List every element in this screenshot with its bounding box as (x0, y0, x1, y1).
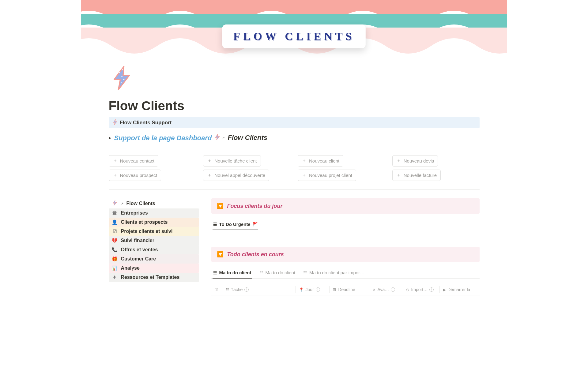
tab-label: To Do Urgente (219, 222, 251, 227)
nav-item-label: Clients et prospects (121, 219, 168, 225)
col-importance[interactable]: ⊙Import…i (403, 286, 440, 293)
nav-item-label: Entreprises (121, 210, 148, 216)
col-label: Ava… (378, 287, 389, 292)
nav-item-customer-care[interactable]: 🎁Customer Care (109, 254, 199, 264)
col-jour[interactable]: 📍Jouri (296, 286, 330, 293)
page-icon[interactable] (109, 64, 136, 92)
quick-actions: ＋Nouveau contact ＋Nouveau prospect ＋Nouv… (109, 155, 480, 190)
page-title: Flow Clients (109, 99, 480, 113)
table-column-headers: ☑ ☷Tâchei 📍Jouri 🗓Deadline ✕Ava…i ⊙Impor… (211, 284, 480, 295)
nouveau-devis-button[interactable]: ＋Nouveau devis (392, 155, 438, 167)
svg-marker-0 (114, 66, 130, 90)
nav-item-offres-et-ventes[interactable]: 📞Offres et ventes (109, 245, 199, 254)
nouveau-projet-client-button[interactable]: ＋Nouveau projet client (298, 170, 356, 181)
info-icon: i (244, 287, 249, 292)
col-demarrer[interactable]: ▶Démarrer la (440, 286, 480, 293)
arrow-ne-icon: ↗ (121, 202, 123, 205)
nav-item-suivi-financier[interactable]: 💔Suivi financier (109, 236, 199, 245)
svg-point-1 (119, 72, 120, 73)
info-icon: i (429, 287, 434, 292)
urgent-tab-bar: ☷ To Do Urgente 🚩 (211, 219, 480, 230)
section-nav: ↗Flow Clients🏛Entreprises👤Clients et pro… (109, 198, 199, 295)
nouveau-contact-button[interactable]: ＋Nouveau contact (109, 155, 159, 167)
heart-icon: 💔 (112, 238, 118, 243)
calendar-icon: 🗓 (333, 287, 337, 292)
nav-item-entreprises[interactable]: 🏛Entreprises (109, 208, 199, 218)
nouvel-appel-decouverte-button[interactable]: ＋Nouvel appel découverte (203, 170, 269, 181)
toggle-link-text: Support de la page Dashboard (114, 134, 212, 142)
nav-item-ressources-et-templates[interactable]: ✈Ressources et Templates (109, 273, 199, 282)
nav-item-clients-et-prospects[interactable]: 👤Clients et prospects (109, 218, 199, 227)
tab-todo-urgente[interactable]: ☷ To Do Urgente 🚩 (213, 219, 258, 230)
nouvelle-facture-button[interactable]: ＋Nouvelle facture (392, 170, 441, 181)
cover-title: FLOW CLIENTS (233, 30, 355, 43)
plus-icon: ＋ (207, 158, 212, 164)
nav-item-label: Flow Clients (126, 201, 155, 206)
bank-icon: 🏛 (112, 211, 118, 216)
person-icon: 👤 (112, 219, 118, 225)
svg-point-5 (120, 82, 122, 83)
col-checkbox[interactable]: ☑ (211, 286, 222, 293)
col-label: Démarrer la (448, 287, 470, 292)
caret-right-icon: ▶ (109, 136, 111, 140)
nav-item-projets-clients-et-suivi[interactable]: ☑Projets clients et suivi (109, 227, 199, 236)
tab-ma-todo-client-1[interactable]: ☷Ma to do client (259, 268, 296, 278)
button-label: Nouvelle tâche client (214, 158, 257, 163)
plus-icon: ＋ (396, 158, 401, 164)
todo-clients-callout[interactable]: 🔽 Todo clients en cours (211, 247, 480, 262)
svg-marker-8 (113, 200, 117, 206)
button-label: Nouveau prospect (120, 173, 157, 178)
support-link[interactable]: Flow Clients Support (109, 117, 480, 128)
tab-label: Ma to do client (266, 270, 296, 275)
todo-tab-bar: ☷Ma to do client☷Ma to do client☷Ma to d… (211, 268, 480, 279)
button-label: Nouveau contact (120, 158, 155, 163)
send-icon: ✈ (112, 275, 118, 280)
col-label: Jour (306, 287, 314, 292)
pin-icon: 📍 (299, 287, 304, 292)
toggle-page-ref: Flow Clients (228, 134, 268, 142)
col-avancement[interactable]: ✕Ava…i (369, 286, 403, 293)
dropdown-arrow-icon: 🔽 (217, 251, 224, 258)
plus-icon: ＋ (396, 172, 401, 178)
info-icon: i (391, 287, 395, 292)
button-label: Nouveau projet client (309, 173, 352, 178)
plus-icon: ＋ (113, 172, 118, 178)
button-label: Nouveau devis (404, 158, 434, 163)
x-icon: ✕ (372, 287, 376, 292)
lightning-icon (215, 134, 220, 142)
button-label: Nouveau client (309, 158, 339, 163)
nav-item-label: Suivi financier (121, 238, 154, 243)
phone-icon: 📞 (112, 247, 118, 253)
nav-item-flow-clients[interactable]: ↗Flow Clients (109, 198, 199, 208)
plus-icon: ＋ (113, 158, 118, 164)
cover-title-badge: FLOW CLIENTS (222, 24, 366, 48)
col-label: Import… (411, 287, 428, 292)
nouvelle-tache-client-button[interactable]: ＋Nouvelle tâche client (203, 155, 261, 167)
nav-item-label: Ressources et Templates (121, 275, 180, 280)
lightning-icon (113, 119, 117, 126)
svg-point-3 (121, 76, 123, 77)
plus-icon: ＋ (302, 158, 307, 164)
bolt-icon (112, 200, 118, 207)
dashboard-support-toggle[interactable]: ▶ Support de la page Dashboard ↗ Flow Cl… (109, 134, 480, 147)
list-icon: ☷ (225, 287, 229, 292)
tab-ma-todo-client-0[interactable]: ☷Ma to do client (213, 268, 252, 278)
col-deadline[interactable]: 🗓Deadline (330, 286, 369, 293)
list-icon: ☷ (213, 270, 217, 275)
dropdown-arrow-icon: 🔽 (217, 203, 224, 209)
nav-item-label: Projets clients et suivi (121, 229, 173, 234)
nouveau-client-button[interactable]: ＋Nouveau client (298, 155, 343, 167)
svg-marker-7 (215, 134, 219, 140)
svg-point-2 (122, 69, 123, 70)
nav-item-label: Offres et ventes (121, 247, 158, 253)
nav-item-analyse[interactable]: 📊Analyse (109, 264, 199, 273)
flag-icon: 🚩 (253, 222, 258, 227)
col-label: Tâche (231, 287, 243, 292)
focus-clients-callout[interactable]: 🔽 Focus clients du jour (211, 198, 480, 214)
page-cover: FLOW CLIENTS (81, 0, 507, 61)
col-tache[interactable]: ☷Tâchei (222, 286, 296, 293)
nouveau-prospect-button[interactable]: ＋Nouveau prospect (109, 170, 161, 181)
tab-ma-todo-client-2[interactable]: ☷Ma to do client par impor… (303, 268, 365, 278)
plus-icon: ＋ (302, 172, 307, 178)
chart-icon: 📊 (112, 265, 118, 271)
